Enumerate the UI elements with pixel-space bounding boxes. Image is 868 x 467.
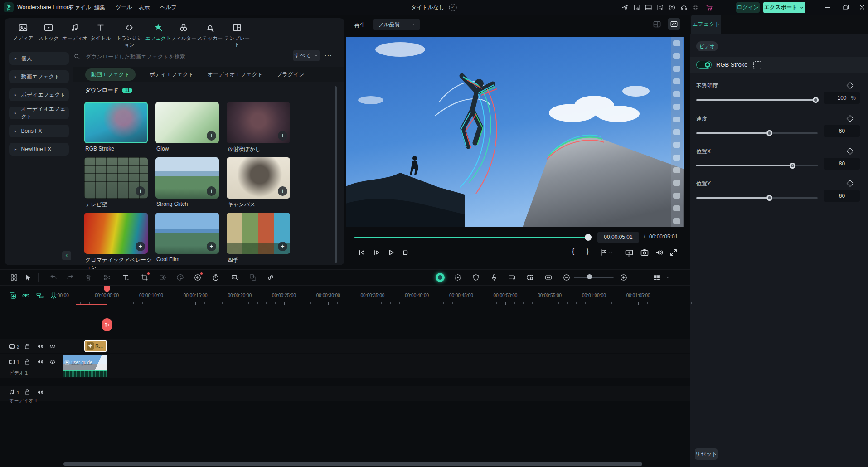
close-button[interactable] xyxy=(858,4,866,11)
sidebar-item-newbluefx[interactable]: ▸ NewBlue FX xyxy=(9,143,69,156)
effect-tile-rgb-stroke[interactable] xyxy=(84,102,148,143)
keyframe-diamond-icon[interactable] xyxy=(847,148,854,155)
cart-icon[interactable] xyxy=(705,4,713,11)
tab-filters[interactable]: フィルター xyxy=(169,23,198,42)
export-button[interactable]: エクスポート xyxy=(763,2,805,13)
preview-layout-icon[interactable] xyxy=(653,20,661,29)
current-timecode[interactable]: 00:00:05:01 xyxy=(597,232,639,243)
more-options-button[interactable]: ··· xyxy=(325,50,332,61)
chevron-down-icon[interactable] xyxy=(608,250,613,255)
record-voiceover-icon[interactable] xyxy=(490,273,498,282)
link-clips-icon[interactable] xyxy=(22,292,30,300)
effect-tile-strong-glitch[interactable]: + xyxy=(155,157,219,199)
previous-frame-button[interactable] xyxy=(357,248,366,257)
play-button[interactable] xyxy=(386,248,395,257)
marquee-select-icon[interactable] xyxy=(753,61,761,69)
position-y-slider[interactable] xyxy=(696,195,818,201)
menu-help[interactable]: ヘルプ xyxy=(155,0,182,15)
mute-speaker-icon[interactable] xyxy=(36,389,44,396)
render-progress-icon[interactable] xyxy=(454,273,462,282)
select-cursor-icon[interactable] xyxy=(24,273,32,282)
video-clip[interactable]: ▶ user guide xyxy=(63,355,107,377)
position-x-value[interactable]: 80 xyxy=(824,158,860,170)
zoom-out-icon[interactable] xyxy=(563,273,571,282)
effect-tile-radial-blur[interactable]: + xyxy=(227,102,290,143)
effect-enable-toggle[interactable] xyxy=(696,61,712,69)
mirror-display-button[interactable] xyxy=(625,248,634,257)
visibility-eye-icon[interactable] xyxy=(49,343,56,350)
keyframe-diamond-icon[interactable] xyxy=(847,115,854,122)
tab-effect-properties[interactable]: エフェクト xyxy=(691,15,721,34)
effect-tile-canvas[interactable]: + xyxy=(227,157,290,199)
tab-title[interactable]: タイトル xyxy=(86,23,115,42)
opacity-value[interactable]: 100% xyxy=(824,92,860,104)
category-plugins[interactable]: プラグイン xyxy=(276,71,304,78)
lock-icon[interactable] xyxy=(24,343,31,350)
tab-audio[interactable]: オーディオ xyxy=(60,23,89,42)
apps-grid-icon[interactable] xyxy=(692,4,699,11)
add-effect-button[interactable]: + xyxy=(278,186,287,196)
chevron-down-icon[interactable] xyxy=(665,275,670,280)
add-effect-button[interactable]: + xyxy=(207,131,216,141)
filter-dropdown[interactable]: すべて xyxy=(293,50,320,61)
color-palette-icon[interactable] xyxy=(176,273,184,282)
visibility-eye-icon[interactable] xyxy=(49,358,56,365)
timeline-zoom-handle[interactable] xyxy=(587,274,592,279)
device-sync-icon[interactable] xyxy=(633,4,640,11)
seek-bar[interactable] xyxy=(354,237,590,238)
track-manager-icon[interactable] xyxy=(653,273,661,282)
tab-templates[interactable]: テンプレート xyxy=(223,23,252,49)
mute-speaker-icon[interactable] xyxy=(36,343,44,350)
media-type-pill[interactable]: ビデオ xyxy=(696,41,718,51)
keyframe-diamond-icon[interactable] xyxy=(847,180,854,187)
frame-preview-icon[interactable] xyxy=(526,273,534,282)
keyframe-diamond-icon[interactable] xyxy=(847,82,854,89)
search-bar[interactable] xyxy=(73,51,286,62)
video-viewport[interactable] xyxy=(346,37,684,227)
playhead-handle[interactable] xyxy=(104,286,110,293)
sidebar-item-borisfx[interactable]: ▸ Boris FX xyxy=(9,125,69,137)
restore-button[interactable] xyxy=(842,4,849,11)
render-preview-toggle[interactable] xyxy=(436,273,445,282)
speed-slider[interactable] xyxy=(696,130,818,136)
tab-media[interactable]: メディア xyxy=(9,23,38,42)
support-headset-icon[interactable] xyxy=(680,4,688,11)
speed-timer-icon[interactable] xyxy=(212,273,220,282)
crop-icon[interactable] xyxy=(141,273,149,282)
reset-button[interactable]: リセット xyxy=(695,448,718,460)
timeline-zoom-slider[interactable] xyxy=(574,277,614,278)
delete-icon[interactable] xyxy=(84,273,92,282)
upload-icon[interactable] xyxy=(668,4,676,11)
redo-icon[interactable] xyxy=(66,273,74,282)
seek-handle[interactable] xyxy=(585,234,592,241)
snapshot-button[interactable] xyxy=(640,248,649,257)
add-text-icon[interactable] xyxy=(121,273,130,282)
collapse-sidebar-button[interactable]: ‹ xyxy=(62,251,71,260)
effect-clip[interactable]: R... xyxy=(84,340,107,352)
login-button[interactable]: ログイン xyxy=(736,2,760,13)
effect-tile-tv-wall[interactable]: + xyxy=(84,157,148,199)
mask-icon[interactable] xyxy=(159,273,167,282)
translate-icon[interactable] xyxy=(249,273,257,282)
mark-in-button[interactable]: { xyxy=(572,247,574,255)
timeline-horizontal-scrollbar[interactable] xyxy=(63,462,642,466)
display-icon[interactable] xyxy=(645,4,652,11)
add-effect-button[interactable]: + xyxy=(278,131,287,141)
auto-ripple-icon[interactable] xyxy=(36,292,44,300)
tab-transition[interactable]: トランジション xyxy=(115,23,144,49)
workspace-layout-icon[interactable] xyxy=(10,273,18,282)
marker-shield-icon[interactable] xyxy=(472,273,480,282)
category-video-effects[interactable]: 動画エフェクト xyxy=(85,68,136,81)
mark-out-button[interactable]: } xyxy=(587,247,589,255)
save-icon[interactable] xyxy=(656,4,664,11)
marker-flag-button[interactable] xyxy=(599,248,608,257)
effect-tile-four-seasons[interactable]: + xyxy=(227,213,290,254)
menu-edit[interactable]: 編集 xyxy=(89,0,111,15)
sidebar-item-body-effects[interactable]: ▸ ボディエフェクト xyxy=(9,88,69,101)
sidebar-item-personal[interactable]: ▸ 個人 xyxy=(9,52,69,65)
insert-to-timeline-icon[interactable] xyxy=(9,292,17,300)
play-from-start-button[interactable] xyxy=(372,248,381,257)
timeline[interactable]: :00:0000:00:05:0000:00:10:0000:00:15:000… xyxy=(0,286,690,467)
tab-effects[interactable]: エフェクト xyxy=(144,23,173,42)
add-effect-button[interactable]: + xyxy=(278,242,287,251)
